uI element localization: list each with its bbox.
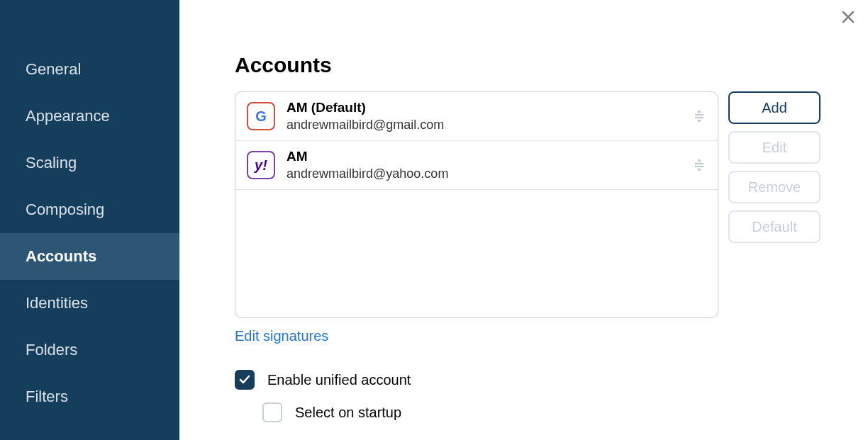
edit-signatures-link[interactable]: Edit signatures (235, 328, 328, 344)
account-email: andrewmailbird@yahoo.com (286, 166, 692, 182)
provider-icon-yahoo: y! (247, 151, 275, 179)
page-title: Accounts (235, 53, 840, 77)
check-icon (239, 374, 250, 385)
settings-sidebar: General Appearance Scaling Composing Acc… (0, 0, 179, 440)
accounts-list: G AM (Default) andrewmailbird@gmail.com … (235, 91, 718, 318)
account-name: AM (286, 148, 692, 166)
close-icon (841, 10, 855, 24)
account-info: AM andrewmailbird@yahoo.com (286, 148, 692, 182)
sidebar-item-appearance[interactable]: Appearance (0, 93, 179, 140)
accounts-row: G AM (Default) andrewmailbird@gmail.com … (235, 91, 840, 318)
select-on-startup-label: Select on startup (295, 405, 401, 421)
account-row[interactable]: y! AM andrewmailbird@yahoo.com (235, 141, 718, 190)
sidebar-item-accounts[interactable]: Accounts (0, 233, 179, 280)
account-action-buttons: Add Edit Remove Default (728, 91, 820, 243)
sidebar-item-folders[interactable]: Folders (0, 327, 179, 373)
reorder-icon (694, 108, 705, 124)
provider-icon-google: G (247, 102, 275, 130)
account-info: AM (Default) andrewmailbird@gmail.com (286, 99, 692, 133)
sidebar-item-filters[interactable]: Filters (0, 373, 179, 420)
reorder-handle[interactable] (692, 157, 706, 173)
account-row[interactable]: G AM (Default) andrewmailbird@gmail.com (235, 92, 718, 141)
reorder-icon (694, 157, 705, 173)
remove-button[interactable]: Remove (728, 171, 820, 203)
default-button[interactable]: Default (728, 210, 820, 243)
select-on-startup-row: Select on startup (262, 402, 840, 422)
add-button[interactable]: Add (728, 91, 820, 124)
select-on-startup-checkbox[interactable] (262, 402, 282, 422)
edit-button[interactable]: Edit (728, 131, 820, 164)
sidebar-item-composing[interactable]: Composing (0, 186, 179, 233)
sidebar-item-identities[interactable]: Identities (0, 280, 179, 327)
sidebar-item-general[interactable]: General (0, 46, 179, 93)
enable-unified-label: Enable unified account (267, 372, 411, 388)
sidebar-item-scaling[interactable]: Scaling (0, 140, 179, 186)
main-content: Accounts G AM (Default) andrewmailbird@g… (179, 0, 868, 440)
enable-unified-row: Enable unified account (235, 370, 840, 390)
enable-unified-checkbox[interactable] (235, 370, 255, 390)
close-button[interactable] (841, 10, 855, 24)
account-name: AM (Default) (286, 99, 692, 117)
account-email: andrewmailbird@gmail.com (286, 117, 692, 133)
reorder-handle[interactable] (692, 108, 706, 124)
